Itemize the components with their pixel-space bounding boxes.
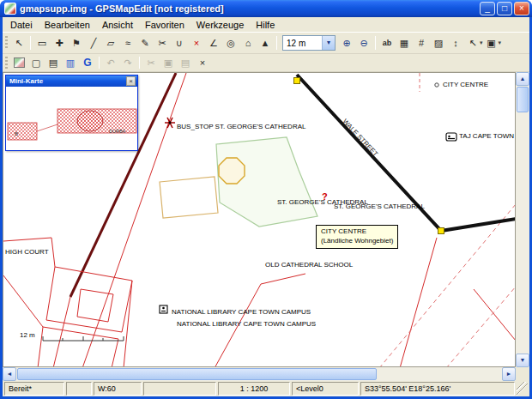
minimap-label-b: B xyxy=(15,131,18,136)
tooltip-line2: (Ländliche Wohngebiet) xyxy=(321,237,393,246)
status-empty xyxy=(66,382,92,396)
map-canvas[interactable]: BUS_STOP ST. GEORGE'S CATHEDRAL CITY CEN… xyxy=(3,72,516,367)
measure-tool-icon[interactable]: ∠ xyxy=(205,35,222,51)
toolbar-tools: ↖ ▭ ✚ ⚑ ╱ ▱ ≈ ✎ ✂ ∪ × ∠ ◎ ⌂ ▲ 12 m ▾ ⊕ ⊖… xyxy=(3,33,529,54)
map-label-old-cathedral-school: OLD CATHEDRAL SCHOOL xyxy=(265,261,353,269)
status-bar: Bereit* W:60 1 : 1200 <Level0 S33°55.504… xyxy=(3,381,529,396)
map-label-national-library-2: NATIONAL LIBRARY CAPE TOWN CAMPUS xyxy=(177,320,316,328)
chevron-down-icon[interactable]: ▾ xyxy=(499,39,502,46)
vertical-scroll-thumb[interactable] xyxy=(517,87,529,112)
zoom-out-icon[interactable]: ⊖ xyxy=(355,35,372,51)
open-map-icon[interactable] xyxy=(10,56,27,70)
scroll-up-icon[interactable]: ▲ xyxy=(516,72,529,86)
maximize-button[interactable]: □ xyxy=(497,2,512,15)
delete-icon[interactable]: × xyxy=(194,56,211,70)
map-label-city-centre: CITY CENTRE xyxy=(443,81,488,88)
resize-grip[interactable] xyxy=(517,382,528,396)
minimize-button[interactable]: _ xyxy=(480,2,495,15)
menu-bar: Datei Bearbeiten Ansicht Favoriten Werkz… xyxy=(3,17,529,33)
map-label-bus-stop: BUS_STOP ST. GEORGE'S CATHEDRAL xyxy=(177,123,305,130)
zoom-level-select[interactable]: 12 m ▾ xyxy=(282,35,336,51)
vertical-scroll-track[interactable] xyxy=(516,113,529,354)
copy-icon[interactable]: ▣ xyxy=(160,56,177,70)
add-point-tool-icon[interactable]: ⚑ xyxy=(68,35,85,51)
tooltip-line1: CITY CENTRE xyxy=(321,227,393,237)
scroll-down-icon[interactable]: ▼ xyxy=(516,354,529,367)
statistics-icon[interactable]: ▥ xyxy=(62,56,79,70)
edit-nodes-tool-icon[interactable]: ✎ xyxy=(136,35,154,51)
menu-werkzeuge[interactable]: Werkzeuge xyxy=(190,18,250,32)
new-map-icon[interactable]: ▢ xyxy=(27,56,45,70)
delete-object-tool-icon[interactable]: × xyxy=(188,35,205,51)
question-marker: ? xyxy=(322,191,328,202)
grid-toggle-icon[interactable]: ▦ xyxy=(396,35,413,51)
menu-bearbeiten[interactable]: Bearbeiten xyxy=(39,18,96,32)
menu-favoriten[interactable]: Favoriten xyxy=(139,18,190,32)
gps-tool-icon[interactable]: ▲ xyxy=(257,35,274,51)
undo-icon[interactable]: ↶ xyxy=(102,56,119,70)
menu-datei[interactable]: Datei xyxy=(4,18,39,32)
address-tool-icon[interactable]: ⌂ xyxy=(239,35,257,51)
add-road-tool-icon[interactable]: ≈ xyxy=(119,35,136,51)
map-label-national-library-1: NATIONAL LIBRARY CAPE TOWN CAMPUS xyxy=(172,308,311,316)
minimap-window[interactable]: Mini-Karte × xyxy=(5,75,138,151)
minimap-close-icon[interactable]: × xyxy=(126,76,136,86)
toolbar-file: ▢ ▤ ▥ G ↶ ↷ ✂ ▣ ▤ × xyxy=(3,54,529,72)
select-tool-icon[interactable]: ↖ xyxy=(10,35,27,51)
status-ready: Bereit* xyxy=(4,382,64,396)
paste-icon[interactable]: ▤ xyxy=(177,56,194,70)
zoom-window-tool-icon[interactable]: ▭ xyxy=(33,35,51,51)
minimap-vector-layer: B DURBA xyxy=(6,87,137,150)
toolbar-separator xyxy=(99,57,100,69)
toolbar-separator xyxy=(276,36,277,51)
join-tool-icon[interactable]: ∪ xyxy=(171,35,188,51)
title-bar[interactable]: gmapsupp.img - GPSMapEdit [not registere… xyxy=(0,0,532,17)
labels-toggle-icon[interactable]: ab xyxy=(378,35,396,51)
hatch-toggle-icon[interactable]: ▨ xyxy=(430,35,447,51)
minimap-view[interactable]: B DURBA xyxy=(6,87,137,150)
view-mode-icon[interactable]: ▣ xyxy=(483,35,500,51)
add-polyline-tool-icon[interactable]: ╱ xyxy=(85,35,102,51)
select-mode-icon[interactable]: ↖ xyxy=(464,35,481,51)
chevron-down-icon[interactable]: ▾ xyxy=(322,36,335,50)
vertical-scrollbar[interactable]: ▲ ▼ xyxy=(516,72,529,367)
graticule-toggle-icon[interactable]: # xyxy=(413,35,430,51)
status-level: <Level0 xyxy=(292,382,359,396)
toolbar-gripper[interactable] xyxy=(5,36,8,51)
zoom-in-icon[interactable]: ⊕ xyxy=(338,35,355,51)
toolbar-separator xyxy=(30,36,31,51)
save-map-icon[interactable]: ▤ xyxy=(45,56,62,70)
app-icon xyxy=(4,3,16,15)
toolbar-gripper[interactable] xyxy=(5,57,8,69)
toolbar-separator xyxy=(139,57,140,69)
levels-toggle-icon[interactable]: ↕ xyxy=(447,35,464,51)
zoom-level-value: 12 m xyxy=(283,39,322,48)
app-window: gmapsupp.img - GPSMapEdit [not registere… xyxy=(0,0,532,399)
minimap-title-bar[interactable]: Mini-Karte × xyxy=(6,76,137,87)
scroll-right-icon[interactable]: ► xyxy=(502,367,516,381)
status-message xyxy=(143,382,216,396)
menu-hilfe[interactable]: Hilfe xyxy=(250,18,281,32)
map-label-taj-hotel: TAJ CAPE TOWN HOT xyxy=(459,132,516,140)
add-polygon-tool-icon[interactable]: ▱ xyxy=(102,35,119,51)
window-title: gmapsupp.img - GPSMapEdit [not registere… xyxy=(20,3,476,14)
scroll-left-icon[interactable]: ◄ xyxy=(3,367,16,381)
scrollbar-corner xyxy=(516,367,529,381)
find-tool-icon[interactable]: ◎ xyxy=(222,35,239,51)
close-button[interactable]: × xyxy=(514,2,529,15)
menu-ansicht[interactable]: Ansicht xyxy=(96,18,139,32)
scale-bar-label: 12 m xyxy=(20,331,35,339)
google-earth-icon[interactable]: G xyxy=(79,56,96,70)
map-tooltip: CITY CENTRE (Ländliche Wohngebiet) xyxy=(316,225,398,249)
map-label-high-court: HIGH COURT xyxy=(5,248,49,256)
map-sheet-icon xyxy=(14,57,25,68)
split-tool-icon[interactable]: ✂ xyxy=(154,35,171,51)
horizontal-scroll-track[interactable] xyxy=(378,367,502,381)
minimap-title: Mini-Karte xyxy=(9,77,126,85)
cut-icon[interactable]: ✂ xyxy=(142,56,160,70)
status-scale: 1 : 1200 xyxy=(218,382,290,396)
pan-tool-icon[interactable]: ✚ xyxy=(51,35,68,51)
horizontal-scrollbar[interactable]: ◄ ► xyxy=(3,367,516,381)
horizontal-scroll-thumb[interactable] xyxy=(17,368,377,380)
redo-icon[interactable]: ↷ xyxy=(119,56,136,70)
